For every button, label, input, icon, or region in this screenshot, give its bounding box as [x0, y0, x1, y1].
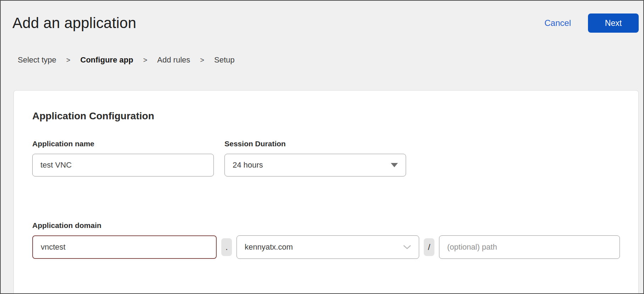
header-actions: Cancel Next — [544, 13, 639, 33]
page-title: Add an application — [12, 15, 136, 32]
application-domain-row: . kennyatx.com / — [32, 235, 620, 259]
step-separator: > — [200, 56, 204, 64]
dot-separator: . — [221, 238, 232, 256]
domain-select[interactable]: kennyatx.com — [237, 235, 419, 259]
step-separator: > — [66, 56, 71, 64]
step-setup[interactable]: Setup — [214, 55, 235, 65]
page-header: Add an application Cancel Next — [1, 1, 643, 33]
domain-select-value: kennyatx.com — [245, 243, 293, 252]
application-domain-section: Application domain . kennyatx.com / — [32, 221, 620, 259]
session-duration-value: 24 hours — [233, 160, 263, 170]
step-add-rules[interactable]: Add rules — [157, 55, 190, 65]
chevron-down-icon — [403, 245, 411, 250]
step-select-type[interactable]: Select type — [18, 55, 56, 65]
name-session-row: Application name Session Duration 24 hou… — [32, 140, 620, 176]
section-title: Application Configuration — [32, 110, 620, 122]
app-window: Add an application Cancel Next Select ty… — [0, 0, 644, 294]
application-name-field-group: Application name — [32, 140, 214, 176]
session-duration-label: Session Duration — [224, 140, 406, 148]
configuration-card: Application Configuration Application na… — [13, 90, 639, 294]
subdomain-input[interactable] — [32, 235, 217, 259]
step-configure-app[interactable]: Configure app — [80, 55, 133, 65]
path-input[interactable] — [439, 235, 620, 259]
slash-separator: / — [424, 238, 434, 256]
session-duration-field-group: Session Duration 24 hours — [224, 140, 406, 176]
wizard-steps: Select type > Configure app > Add rules … — [18, 55, 643, 65]
step-separator: > — [143, 56, 148, 64]
dropdown-arrow-icon — [391, 163, 398, 167]
next-button[interactable]: Next — [588, 13, 639, 33]
session-duration-select[interactable]: 24 hours — [224, 154, 406, 176]
application-domain-label: Application domain — [32, 221, 620, 230]
cancel-button[interactable]: Cancel — [544, 18, 571, 28]
application-name-input[interactable] — [32, 154, 214, 176]
application-name-label: Application name — [32, 140, 214, 148]
